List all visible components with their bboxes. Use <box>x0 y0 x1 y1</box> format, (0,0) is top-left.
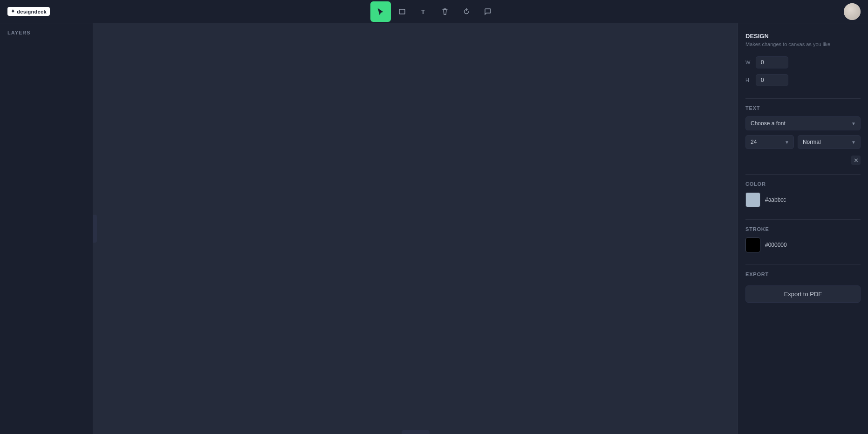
color-close-button[interactable]: ✕ <box>851 156 861 165</box>
stroke-row: #000000 <box>745 237 861 252</box>
topbar-right <box>844 3 861 20</box>
tool-comment[interactable] <box>478 1 498 22</box>
divider-3 <box>745 219 861 220</box>
tool-rotate[interactable] <box>456 1 477 22</box>
color-section-label: COLOR <box>745 181 861 187</box>
height-input[interactable] <box>756 74 788 86</box>
toolbar: T <box>370 1 498 22</box>
app-logo[interactable]: ✦ designdeck <box>7 7 50 16</box>
tool-rectangle[interactable] <box>392 1 412 22</box>
height-row: H <box>745 74 861 86</box>
font-props-row: 12 14 16 18 20 24 28 32 36 48 64 72 ▼ No <box>745 135 861 149</box>
font-select-row: Choose a font Arial Helvetica Georgia Ti… <box>745 116 861 130</box>
stroke-swatch[interactable] <box>745 237 760 252</box>
svg-text:T: T <box>421 8 425 15</box>
layers-panel: LAYERS <box>0 23 93 434</box>
topbar: ✦ designdeck T <box>0 0 868 23</box>
width-label: W <box>745 60 751 65</box>
left-edge-handle[interactable] <box>93 215 97 243</box>
avatar-image <box>844 3 861 20</box>
font-family-select[interactable]: Choose a font Arial Helvetica Georgia Ti… <box>745 116 861 130</box>
user-avatar[interactable] <box>844 3 861 20</box>
export-section-label: EXPORT <box>745 271 861 277</box>
svg-rect-0 <box>399 9 405 14</box>
export-pdf-button[interactable]: Export to PDF <box>745 285 861 303</box>
height-label: H <box>745 77 751 83</box>
design-panel: DESIGN Makes changes to canvas as you li… <box>738 23 868 434</box>
tool-cursor[interactable] <box>370 1 391 22</box>
stroke-section-label: STROKE <box>745 226 861 232</box>
close-icon: ✕ <box>854 157 859 164</box>
bottom-edge-handle[interactable] <box>402 430 430 434</box>
font-size-select[interactable]: 12 14 16 18 20 24 28 32 36 48 64 72 <box>745 135 794 149</box>
layers-header: LAYERS <box>0 23 93 40</box>
layers-content <box>0 40 93 434</box>
font-family-wrapper: Choose a font Arial Helvetica Georgia Ti… <box>745 116 861 130</box>
font-size-wrapper: 12 14 16 18 20 24 28 32 36 48 64 72 ▼ <box>745 135 794 149</box>
design-panel-title: DESIGN <box>745 33 861 40</box>
divider-1 <box>745 98 861 99</box>
width-row: W <box>745 56 861 68</box>
color-row: #aabbcc <box>745 192 861 207</box>
text-section-label: TEXT <box>745 105 861 111</box>
design-panel-subtitle: Makes changes to canvas as you like <box>745 41 861 47</box>
canvas-area[interactable] <box>93 23 738 434</box>
font-style-select[interactable]: Normal Bold Italic Bold Italic <box>798 135 861 149</box>
main-area: LAYERS DESIGN Makes changes to canvas as… <box>0 23 868 434</box>
tool-text[interactable]: T <box>413 1 434 22</box>
tool-delete[interactable] <box>435 1 455 22</box>
color-value-text: #aabbcc <box>765 197 786 203</box>
stroke-value-text: #000000 <box>765 242 787 248</box>
logo-text: designdeck <box>17 9 47 14</box>
font-style-wrapper: Normal Bold Italic Bold Italic ▼ <box>798 135 861 149</box>
divider-4 <box>745 264 861 265</box>
width-input[interactable] <box>756 56 788 68</box>
logo-icon: ✦ <box>11 8 15 14</box>
color-swatch[interactable] <box>745 192 760 207</box>
divider-2 <box>745 174 861 175</box>
